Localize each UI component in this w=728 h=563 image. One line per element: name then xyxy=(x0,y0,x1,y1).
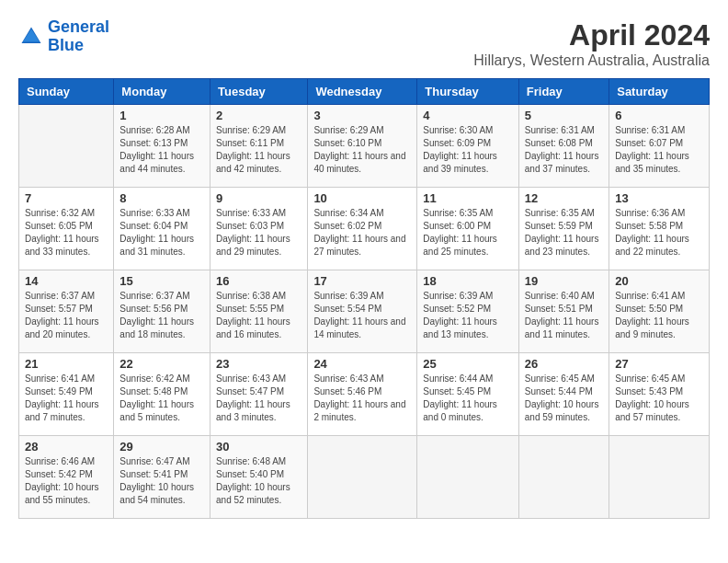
calendar-cell: 23 Sunrise: 6:43 AMSunset: 5:47 PMDaylig… xyxy=(210,353,308,436)
day-number: 30 xyxy=(216,440,301,454)
day-number: 6 xyxy=(615,109,703,122)
day-number: 26 xyxy=(525,357,603,371)
day-detail: Sunrise: 6:44 AMSunset: 5:45 PMDaylight:… xyxy=(423,373,513,424)
calendar-cell: 22 Sunrise: 6:42 AMSunset: 5:48 PMDaylig… xyxy=(114,353,210,436)
logo: General Blue xyxy=(18,18,109,55)
day-number: 7 xyxy=(25,191,108,205)
weekday-header: Wednesday xyxy=(308,79,417,105)
calendar-cell: 1 Sunrise: 6:28 AMSunset: 6:13 PMDayligh… xyxy=(114,105,210,188)
day-detail: Sunrise: 6:36 AMSunset: 5:58 PMDaylight:… xyxy=(615,207,703,259)
calendar-cell: 18 Sunrise: 6:39 AMSunset: 5:52 PMDaylig… xyxy=(417,270,519,353)
day-number: 1 xyxy=(119,109,204,122)
day-number: 16 xyxy=(216,274,301,288)
location-subtitle: Hillarys, Western Australia, Australia xyxy=(473,52,710,69)
day-detail: Sunrise: 6:30 AMSunset: 6:09 PMDaylight:… xyxy=(423,124,513,176)
weekday-header: Sunday xyxy=(19,79,114,105)
day-number: 28 xyxy=(25,440,108,454)
calendar-header-row: SundayMondayTuesdayWednesdayThursdayFrid… xyxy=(19,79,710,105)
calendar-cell: 11 Sunrise: 6:35 AMSunset: 6:00 PMDaylig… xyxy=(417,188,519,270)
page-header: General Blue April 2024 Hillarys, Wester… xyxy=(18,18,710,69)
day-detail: Sunrise: 6:48 AMSunset: 5:40 PMDaylight:… xyxy=(216,455,301,507)
day-number: 4 xyxy=(423,109,513,122)
calendar-week-row: 14 Sunrise: 6:37 AMSunset: 5:57 PMDaylig… xyxy=(19,270,710,353)
calendar-cell: 7 Sunrise: 6:32 AMSunset: 6:05 PMDayligh… xyxy=(19,188,114,270)
day-detail: Sunrise: 6:33 AMSunset: 6:04 PMDaylight:… xyxy=(119,207,204,259)
day-detail: Sunrise: 6:43 AMSunset: 5:46 PMDaylight:… xyxy=(313,373,411,424)
calendar-cell: 30 Sunrise: 6:48 AMSunset: 5:40 PMDaylig… xyxy=(210,436,308,519)
day-detail: Sunrise: 6:31 AMSunset: 6:07 PMDaylight:… xyxy=(615,124,703,176)
calendar-week-row: 21 Sunrise: 6:41 AMSunset: 5:49 PMDaylig… xyxy=(19,353,710,436)
calendar-cell: 8 Sunrise: 6:33 AMSunset: 6:04 PMDayligh… xyxy=(114,188,210,270)
weekday-header: Tuesday xyxy=(210,79,308,105)
calendar-cell: 3 Sunrise: 6:29 AMSunset: 6:10 PMDayligh… xyxy=(308,105,417,188)
day-detail: Sunrise: 6:43 AMSunset: 5:47 PMDaylight:… xyxy=(216,373,301,424)
day-number: 29 xyxy=(119,440,204,454)
calendar-cell: 29 Sunrise: 6:47 AMSunset: 5:41 PMDaylig… xyxy=(114,436,210,519)
day-detail: Sunrise: 6:38 AMSunset: 5:55 PMDaylight:… xyxy=(216,290,301,341)
calendar-cell: 10 Sunrise: 6:34 AMSunset: 6:02 PMDaylig… xyxy=(308,188,417,270)
day-number: 13 xyxy=(615,191,703,205)
calendar-cell: 9 Sunrise: 6:33 AMSunset: 6:03 PMDayligh… xyxy=(210,188,308,270)
svg-marker-1 xyxy=(23,29,40,41)
day-detail: Sunrise: 6:37 AMSunset: 5:57 PMDaylight:… xyxy=(25,290,108,341)
day-number: 25 xyxy=(423,357,513,371)
day-number: 22 xyxy=(119,357,204,371)
calendar-cell: 5 Sunrise: 6:31 AMSunset: 6:08 PMDayligh… xyxy=(518,105,609,188)
day-detail: Sunrise: 6:46 AMSunset: 5:42 PMDaylight:… xyxy=(25,455,108,507)
day-number: 24 xyxy=(313,357,411,371)
day-detail: Sunrise: 6:35 AMSunset: 5:59 PMDaylight:… xyxy=(525,207,603,259)
calendar-cell: 13 Sunrise: 6:36 AMSunset: 5:58 PMDaylig… xyxy=(609,188,710,270)
calendar-cell: 2 Sunrise: 6:29 AMSunset: 6:11 PMDayligh… xyxy=(210,105,308,188)
calendar-cell: 12 Sunrise: 6:35 AMSunset: 5:59 PMDaylig… xyxy=(518,188,609,270)
day-detail: Sunrise: 6:42 AMSunset: 5:48 PMDaylight:… xyxy=(119,373,204,424)
day-detail: Sunrise: 6:37 AMSunset: 5:56 PMDaylight:… xyxy=(119,290,204,341)
weekday-header: Monday xyxy=(114,79,210,105)
logo-line1: General xyxy=(48,17,109,36)
calendar-cell: 6 Sunrise: 6:31 AMSunset: 6:07 PMDayligh… xyxy=(609,105,710,188)
day-detail: Sunrise: 6:41 AMSunset: 5:49 PMDaylight:… xyxy=(25,373,108,424)
day-detail: Sunrise: 6:39 AMSunset: 5:54 PMDaylight:… xyxy=(313,290,411,341)
logo-text: General Blue xyxy=(48,18,109,55)
day-number: 12 xyxy=(525,191,603,205)
day-number: 20 xyxy=(615,274,703,288)
calendar-cell: 15 Sunrise: 6:37 AMSunset: 5:56 PMDaylig… xyxy=(114,270,210,353)
day-number: 15 xyxy=(119,274,204,288)
day-detail: Sunrise: 6:47 AMSunset: 5:41 PMDaylight:… xyxy=(119,455,204,507)
day-detail: Sunrise: 6:29 AMSunset: 6:10 PMDaylight:… xyxy=(313,124,411,176)
day-number: 8 xyxy=(119,191,204,205)
day-detail: Sunrise: 6:40 AMSunset: 5:51 PMDaylight:… xyxy=(525,290,603,341)
calendar-cell: 20 Sunrise: 6:41 AMSunset: 5:50 PMDaylig… xyxy=(609,270,710,353)
day-detail: Sunrise: 6:34 AMSunset: 6:02 PMDaylight:… xyxy=(313,207,411,259)
day-number: 5 xyxy=(525,109,603,122)
calendar-week-row: 1 Sunrise: 6:28 AMSunset: 6:13 PMDayligh… xyxy=(19,105,710,188)
day-number: 21 xyxy=(25,357,108,371)
day-number: 19 xyxy=(525,274,603,288)
calendar-cell: 25 Sunrise: 6:44 AMSunset: 5:45 PMDaylig… xyxy=(417,353,519,436)
day-number: 18 xyxy=(423,274,513,288)
day-detail: Sunrise: 6:35 AMSunset: 6:00 PMDaylight:… xyxy=(423,207,513,259)
calendar-week-row: 7 Sunrise: 6:32 AMSunset: 6:05 PMDayligh… xyxy=(19,188,710,270)
day-number: 2 xyxy=(216,109,301,122)
day-detail: Sunrise: 6:33 AMSunset: 6:03 PMDaylight:… xyxy=(216,207,301,259)
calendar-cell: 14 Sunrise: 6:37 AMSunset: 5:57 PMDaylig… xyxy=(19,270,114,353)
weekday-header: Saturday xyxy=(609,79,710,105)
calendar-cell xyxy=(19,105,114,188)
calendar-cell: 16 Sunrise: 6:38 AMSunset: 5:55 PMDaylig… xyxy=(210,270,308,353)
logo-line2: Blue xyxy=(48,36,84,54)
calendar-cell: 24 Sunrise: 6:43 AMSunset: 5:46 PMDaylig… xyxy=(308,353,417,436)
day-detail: Sunrise: 6:32 AMSunset: 6:05 PMDaylight:… xyxy=(25,207,108,259)
month-title: April 2024 xyxy=(473,18,710,52)
day-number: 17 xyxy=(313,274,411,288)
logo-icon xyxy=(18,24,44,50)
day-number: 27 xyxy=(615,357,703,371)
day-number: 10 xyxy=(313,191,411,205)
day-detail: Sunrise: 6:28 AMSunset: 6:13 PMDaylight:… xyxy=(119,124,204,176)
calendar-cell xyxy=(417,436,519,519)
calendar-cell xyxy=(308,436,417,519)
day-detail: Sunrise: 6:29 AMSunset: 6:11 PMDaylight:… xyxy=(216,124,301,176)
day-number: 9 xyxy=(216,191,301,205)
day-detail: Sunrise: 6:39 AMSunset: 5:52 PMDaylight:… xyxy=(423,290,513,341)
title-block: April 2024 Hillarys, Western Australia, … xyxy=(473,18,710,69)
calendar-cell xyxy=(518,436,609,519)
day-number: 23 xyxy=(216,357,301,371)
